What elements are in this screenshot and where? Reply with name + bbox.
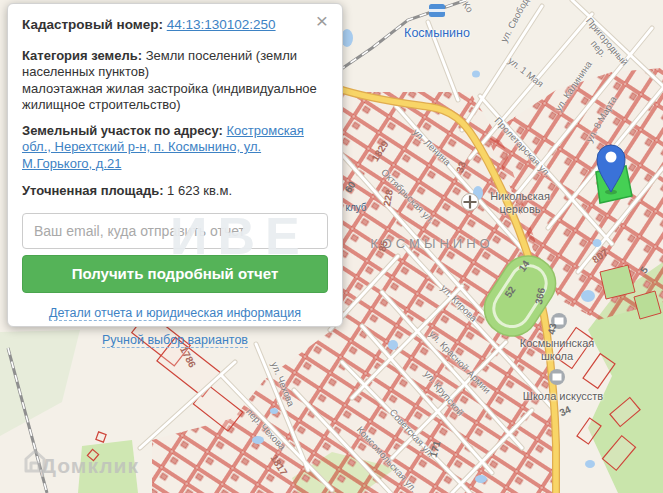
- report-details-link[interactable]: Детали отчета и юридическая информация: [49, 306, 301, 321]
- address-label: Земельный участок по адресу:: [22, 123, 223, 138]
- area-label: Уточненная площадь:: [22, 183, 163, 198]
- school-icon: [551, 313, 567, 329]
- art-school-icon: [549, 369, 565, 385]
- manual-selection-link[interactable]: Ручной выбор вариантов: [102, 333, 248, 348]
- address-row: Земельный участок по адресу: Костромская…: [22, 123, 328, 173]
- area-row: Уточненная площадь: 1 623 кв.м.: [22, 183, 328, 200]
- land-category-row: Категория земель: Земли поселений (земли…: [22, 48, 328, 114]
- church-icon: [462, 194, 479, 211]
- get-report-button[interactable]: Получить подробный отчет: [22, 255, 328, 293]
- close-button[interactable]: ×: [310, 8, 334, 33]
- land-category-extra: малоэтажная жилая застройка (индивидуаль…: [22, 81, 317, 113]
- cadastral-number-label: Кадастровый номер:: [22, 17, 163, 32]
- map-page: Коул. СвободыПригородный пер.ул. 1 Маяул…: [0, 0, 663, 493]
- area-value: 1 623 кв.м.: [167, 183, 232, 198]
- email-input[interactable]: [22, 213, 328, 249]
- station-icon: [429, 4, 445, 17]
- cadastral-number-link[interactable]: 44:13:130102:250: [167, 17, 276, 32]
- cadastral-info-panel: × Кадастровый номер: 44:13:130102:250 Ка…: [7, 3, 343, 327]
- cadastral-number-row: Кадастровый номер: 44:13:130102:250: [22, 17, 328, 34]
- domclick-logo-icon: [20, 446, 50, 476]
- land-category-label: Категория земель:: [22, 48, 142, 63]
